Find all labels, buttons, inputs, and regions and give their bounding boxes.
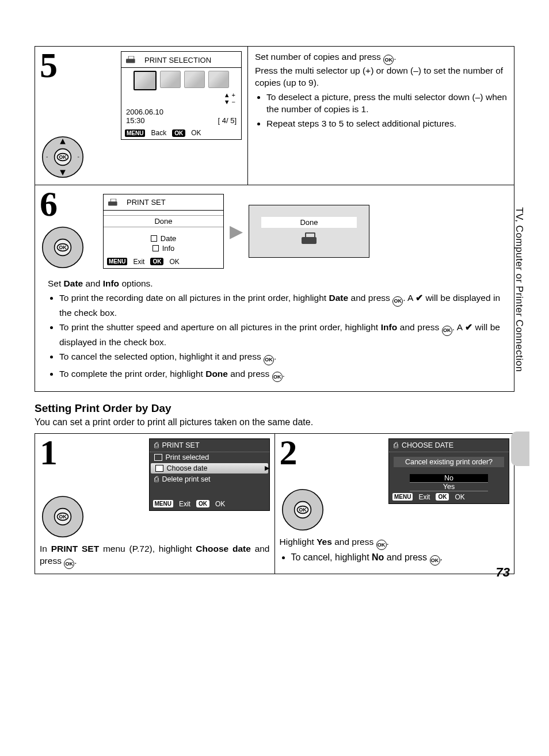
ok-badge: OK xyxy=(172,129,185,137)
section-heading: Setting Print Order by Day xyxy=(35,402,514,415)
foot-back: Back xyxy=(151,129,166,137)
printer-icon xyxy=(108,198,117,206)
menu-badge: MENU xyxy=(392,493,413,501)
steps-5-6-box: 5 PRINT SELECTION xyxy=(35,46,514,392)
step5-heading: Set number of copies and press OK. xyxy=(255,51,507,65)
preview-done-label: Done xyxy=(261,217,357,228)
lcd-info-option: Info xyxy=(162,244,175,253)
menu-delete-print-set: Delete print set xyxy=(162,475,211,483)
ok-badge: OK xyxy=(196,500,209,507)
multi-selector-icon: OK ◦ ◦ xyxy=(40,134,86,180)
lcd-done-option: Done xyxy=(104,215,223,227)
side-tab-label: TV, Computer or Printer Connection xyxy=(513,207,525,372)
step-6-number: 6 xyxy=(40,190,92,219)
ok-icon: OK xyxy=(392,296,403,307)
option-no: No xyxy=(410,474,488,483)
ok-icon: OK xyxy=(376,540,387,550)
lcd-title: CHOOSE DATE xyxy=(402,441,453,449)
step6-bullet-3: To cancel the selected option, highlight… xyxy=(59,350,500,365)
date-icon xyxy=(155,465,163,472)
down-minus-indicator: ▼ − xyxy=(224,98,235,105)
foot-exit: Exit xyxy=(418,493,430,501)
lcd-date: 2006.06.10 xyxy=(126,108,163,116)
step5-bullet-2: Repeat steps 3 to 5 to select additional… xyxy=(266,118,507,130)
lcd-time: 15:30 xyxy=(126,116,163,125)
up-plus-indicator: ▲ + xyxy=(224,91,235,98)
side-tab-decoration xyxy=(511,432,529,466)
step-1b: 1 ⎙ PRINT SET Print selected Choose date… xyxy=(35,434,275,574)
page-number: 73 xyxy=(496,565,510,580)
foot-ok: OK xyxy=(215,500,225,508)
lcd-preview-done: Done xyxy=(249,205,369,258)
printer-icon: ⎙ xyxy=(154,441,159,449)
lcd-title: PRINT SELECTION xyxy=(144,56,211,64)
step-5-row: 5 PRINT SELECTION xyxy=(35,47,514,185)
thumbnail xyxy=(208,71,229,88)
prompt-text: Cancel existing print order? xyxy=(394,457,504,467)
steps-1-2-box: 1 ⎙ PRINT SET Print selected Choose date… xyxy=(35,433,514,574)
step-2b: 2 ⎙ CHOOSE DATE Cancel existing print or… xyxy=(275,434,514,574)
menu-badge: MENU xyxy=(153,500,173,507)
step6-bullet-1: To print the recording date on all pictu… xyxy=(59,292,500,319)
lcd-print-set: PRINT SET Done Date Info MENU Exit OK OK xyxy=(103,194,224,269)
menu-badge: MENU xyxy=(125,129,145,137)
multi-selector-icon: OK xyxy=(40,494,86,540)
step6-intro: Set Date and Info options. xyxy=(48,277,500,290)
svg-text:OK: OK xyxy=(299,507,307,513)
step6-bullet-4: To complete the print order, highlight D… xyxy=(59,368,500,382)
lcd-counter: [ 4/ 5] xyxy=(218,116,237,125)
svg-text:OK: OK xyxy=(59,514,67,520)
thumbnail-strip xyxy=(121,68,241,91)
ok-icon: OK xyxy=(442,326,452,336)
thumbnail xyxy=(184,71,205,88)
foot-ok: OK xyxy=(191,129,201,137)
arrow-right-icon: ▶ xyxy=(230,221,243,241)
step1b-instruction: In PRINT SET menu (P.72), highlight Choo… xyxy=(40,543,270,569)
step5-sub: Press the multi selector up (+) or down … xyxy=(255,65,507,89)
thumbnail-selected xyxy=(134,71,157,90)
ok-icon: OK xyxy=(64,559,74,569)
lcd-print-set-menu: ⎙ PRINT SET Print selected Choose date ⎙… xyxy=(149,438,270,511)
thumbnail xyxy=(160,71,181,88)
foot-exit: Exit xyxy=(133,258,144,266)
grid-icon xyxy=(154,454,162,461)
checkbox-icon xyxy=(152,245,159,251)
check-icon: ✔ xyxy=(465,322,472,332)
svg-text:◦: ◦ xyxy=(77,154,79,160)
lcd-choose-date: ⎙ CHOOSE DATE Cancel existing print orde… xyxy=(388,438,509,504)
ok-icon: OK xyxy=(430,555,440,566)
ok-badge: OK xyxy=(150,258,163,265)
printer-icon xyxy=(126,56,135,63)
step-5-number: 5 xyxy=(40,51,58,80)
step5-bullet-1: To deselect a picture, press the multi s… xyxy=(266,91,507,116)
foot-ok: OK xyxy=(169,258,179,266)
ok-badge: OK xyxy=(436,493,449,501)
foot-ok: OK xyxy=(455,493,464,501)
printer-icon xyxy=(302,232,317,245)
multi-selector-icon: OK xyxy=(280,487,326,533)
lcd-title: PRINT SET xyxy=(162,441,200,449)
multi-selector-icon: OK xyxy=(40,224,86,270)
section-intro: You can set a print order to print all p… xyxy=(35,417,514,427)
check-icon: ✔ xyxy=(415,293,423,303)
svg-text:OK: OK xyxy=(59,245,67,250)
ok-icon: OK xyxy=(383,55,394,65)
lcd-title: PRINT SET xyxy=(127,198,166,207)
printer-icon: ⎙ xyxy=(154,475,159,483)
step-1b-number: 1 xyxy=(40,438,58,467)
checkbox-icon xyxy=(151,235,157,242)
svg-text:OK: OK xyxy=(59,154,67,160)
printer-icon: ⎙ xyxy=(394,441,398,449)
step6-bullet-2: To print the shutter speed and aperture … xyxy=(59,321,500,348)
lcd-print-selection: PRINT SELECTION ▲ + ▼ − xyxy=(121,51,242,140)
step-6-row: 6 OK PRINT SET Done Date Info xyxy=(35,185,514,391)
menu-choose-date: Choose date xyxy=(167,464,208,472)
svg-text:◦: ◦ xyxy=(46,154,48,160)
menu-print-selected: Print selected xyxy=(166,453,209,461)
step2b-bullet-1: To cancel, highlight No and press OK. xyxy=(291,552,510,566)
ok-icon: OK xyxy=(264,355,274,365)
lcd-date-option: Date xyxy=(161,234,176,243)
step2b-instruction: Highlight Yes and press OK. xyxy=(280,536,510,550)
foot-exit: Exit xyxy=(179,500,190,508)
option-yes: Yes xyxy=(410,483,488,491)
